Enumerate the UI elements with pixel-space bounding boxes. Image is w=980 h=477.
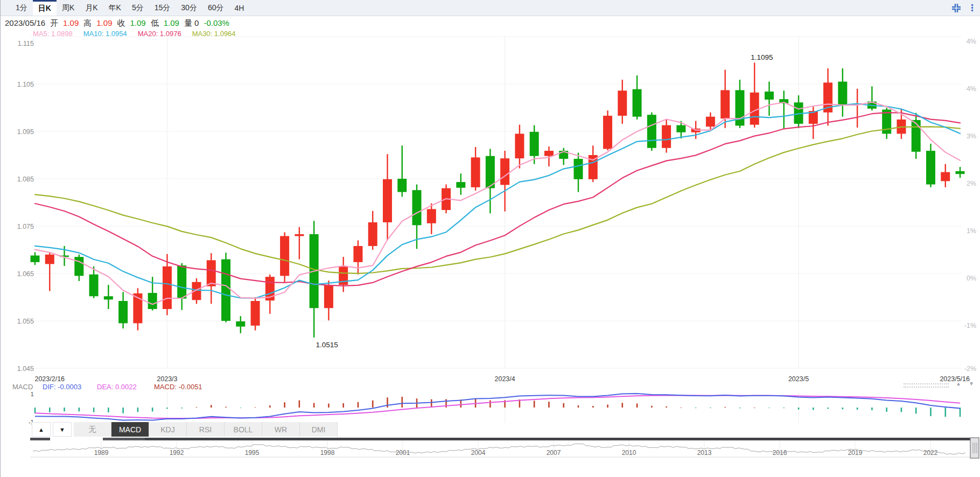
macd-histogram-bar [798, 408, 800, 410]
macd-histogram-bar [901, 408, 902, 412]
candle[interactable] [456, 182, 465, 188]
candle[interactable] [838, 82, 847, 105]
candle[interactable] [148, 293, 157, 309]
candle[interactable] [45, 255, 54, 264]
navigator-track[interactable] [30, 438, 50, 440]
candle[interactable] [236, 321, 245, 327]
candle[interactable] [515, 134, 524, 158]
indicator-down-button[interactable]: ▼ [53, 422, 72, 437]
candle[interactable] [647, 115, 656, 148]
macd-histogram-bar [79, 408, 80, 411]
indicator-up-button[interactable]: ▲ [32, 422, 51, 437]
macd-histogram-bar [49, 408, 51, 412]
indicator-tab-WR[interactable]: WR [262, 422, 300, 437]
candle[interactable] [427, 209, 436, 223]
price-axis-label: 1.045 [17, 365, 34, 373]
indicator-tab-KDJ[interactable]: KDJ [149, 422, 187, 437]
percent-axis-label: 0% [967, 275, 976, 282]
candle[interactable] [89, 275, 99, 296]
candle[interactable] [956, 171, 965, 174]
panel-down-arrow-icon[interactable]: ▼ [969, 381, 974, 387]
macd-histogram-bar [813, 408, 814, 410]
price-axis-label: 1.085 [17, 176, 34, 183]
candle[interactable] [368, 222, 377, 246]
navigator-year-label: 2007 [547, 449, 561, 457]
macd-histogram-bar [93, 408, 95, 412]
candle[interactable] [471, 157, 480, 187]
candle[interactable] [383, 179, 392, 222]
macd-histogram-bar [342, 403, 344, 408]
macd-histogram-bar [64, 408, 65, 411]
candle[interactable] [397, 179, 407, 192]
percent-axis-label: 1% [967, 227, 976, 235]
candle[interactable] [221, 259, 230, 321]
macd-row-value: DIF: -0.0003 [43, 383, 81, 391]
ma10-line [35, 104, 960, 298]
macd-histogram-bar [563, 403, 564, 408]
candle[interactable] [633, 89, 642, 117]
candle[interactable] [31, 256, 40, 262]
candle-wick [857, 89, 858, 128]
candle[interactable] [941, 172, 950, 181]
candle[interactable] [353, 246, 362, 262]
candle[interactable] [295, 234, 304, 236]
percent-axis-label: 4% [967, 85, 976, 93]
candle[interactable] [163, 266, 172, 309]
percent-axis-label: 2% [967, 180, 976, 187]
candle[interactable] [104, 296, 113, 299]
macd-histogram-bar [578, 405, 579, 408]
candle[interactable] [118, 301, 128, 323]
macd-histogram-bar [930, 408, 932, 416]
candle[interactable] [530, 132, 539, 156]
indicator-tab-RSI[interactable]: RSI [187, 422, 225, 437]
macd-histogram-bar [269, 405, 271, 408]
indicator-tab-DMI[interactable]: DMI [300, 422, 338, 437]
low-annotation: 1.0515 [316, 341, 338, 349]
panel-up-arrow-icon[interactable]: ▲ [956, 381, 961, 387]
price-axis-label: 1.065 [17, 270, 34, 278]
macd-histogram-bar [915, 408, 917, 413]
candle[interactable] [544, 151, 554, 156]
indicator-tab-MACD[interactable]: MACD [111, 422, 149, 437]
candle[interactable] [500, 158, 509, 185]
candle[interactable] [603, 116, 612, 149]
candle[interactable] [706, 117, 715, 127]
macd-histogram-bar [534, 401, 535, 408]
navigator-year-label: 1995 [245, 449, 260, 457]
candle[interactable] [251, 301, 260, 326]
candle[interactable] [177, 265, 186, 299]
macd-row-value: MACD: -0.0051 [154, 383, 202, 391]
date-label: 2023/2/16 [34, 375, 65, 383]
navigator-year-label: 1989 [94, 449, 109, 457]
candle[interactable] [618, 90, 627, 116]
macd-histogram-bar [284, 402, 285, 408]
macd-histogram-bar [313, 403, 315, 408]
candle[interactable] [912, 120, 921, 152]
chart-canvas[interactable]: 1.1154%1.1054%1.0953%1.0852%1.0751%1.065… [1, 0, 980, 477]
candle[interactable] [676, 125, 685, 132]
macd-value-row: MACDDIF: -0.0003DEA: 0.0022MACD: -0.0051 [1, 383, 980, 391]
candle[interactable] [324, 285, 333, 308]
macd-histogram-bar [137, 408, 139, 412]
indicator-tab-无[interactable]: 无 [74, 422, 111, 437]
candle[interactable] [750, 93, 759, 125]
macd-histogram-bar [754, 408, 755, 408]
indicator-drag-dots[interactable] [904, 383, 949, 388]
candle[interactable] [720, 90, 730, 118]
candle[interactable] [735, 90, 744, 125]
macd-histogram-bar [681, 408, 682, 408]
candle[interactable] [412, 190, 422, 225]
navigator-track[interactable] [145, 438, 970, 440]
candle[interactable] [926, 151, 935, 184]
candle[interactable] [280, 236, 289, 276]
candle[interactable] [573, 159, 583, 179]
candle[interactable] [207, 260, 216, 286]
candle[interactable] [765, 92, 774, 100]
navigator-track[interactable] [103, 438, 146, 440]
candle[interactable] [74, 257, 83, 276]
price-axis-label: 1.055 [17, 318, 34, 325]
indicator-tab-BOLL[interactable]: BOLL [225, 422, 262, 437]
macd-histogram-bar [651, 406, 653, 408]
candle[interactable] [662, 125, 671, 148]
navigator-year-label: 2001 [396, 449, 410, 457]
